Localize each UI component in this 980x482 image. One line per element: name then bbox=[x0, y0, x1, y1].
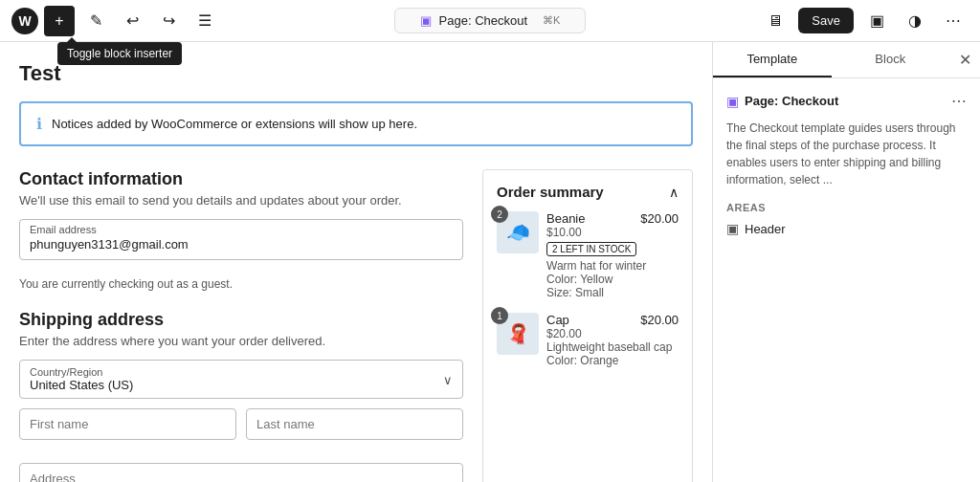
sidebar-area-header: ▣ Header bbox=[726, 221, 967, 236]
item-price: $20.00 bbox=[640, 313, 679, 327]
first-name-wrapper bbox=[19, 408, 236, 444]
item-unit-price: $20.00 bbox=[546, 327, 679, 340]
sidebar-areas-label: AREAS bbox=[726, 202, 967, 213]
last-name-input[interactable] bbox=[246, 408, 463, 440]
editor-area: Test ℹ Notices added by WooCommerce or e… bbox=[0, 42, 712, 482]
country-dropdown-icon: ∨ bbox=[443, 372, 453, 386]
item-desc2: Color: Orange bbox=[546, 354, 679, 367]
page-icon: ▣ bbox=[420, 13, 432, 28]
order-summary-panel: Order summary ∧ 2 🧢 Beanie $20.00 bbox=[482, 169, 693, 482]
item-emoji: 🧣 bbox=[506, 322, 530, 345]
sidebar-more-button[interactable]: ⋯ bbox=[951, 92, 967, 110]
notice-box: ℹ Notices added by WooCommerce or extens… bbox=[19, 101, 693, 146]
shipping-section-title: Shipping address bbox=[19, 310, 463, 330]
sidebar-tab-row: Template Block ✕ bbox=[713, 42, 980, 78]
item-stock-badge: 2 LEFT IN STOCK bbox=[546, 242, 636, 256]
page-shortcut: ⌘K bbox=[543, 14, 560, 27]
sidebar-area-icon: ▣ bbox=[726, 221, 739, 236]
item-qty-badge: 2 bbox=[491, 206, 508, 223]
item-price: $20.00 bbox=[640, 211, 679, 226]
order-summary-collapse-icon[interactable]: ∧ bbox=[669, 185, 679, 200]
more-options-button[interactable]: ⋯ bbox=[938, 6, 969, 36]
save-button[interactable]: Save bbox=[798, 8, 854, 33]
order-summary-header: Order summary ∧ bbox=[497, 184, 679, 200]
add-block-button[interactable]: + bbox=[44, 6, 75, 36]
wp-logo: W bbox=[11, 8, 38, 34]
device-preview-button[interactable]: 🖥 bbox=[760, 6, 791, 36]
item-qty-badge: 1 bbox=[491, 307, 508, 324]
tools-button[interactable]: ✎ bbox=[80, 6, 111, 36]
main-content-row: Contact information We'll use this email… bbox=[19, 169, 693, 482]
item-desc2: Color: Yellow bbox=[546, 273, 679, 286]
item-desc3: Size: Small bbox=[546, 286, 679, 299]
sidebar-page-name: Page: Checkout bbox=[745, 94, 838, 108]
sidebar-description: The Checkout template guides users throu… bbox=[726, 120, 967, 188]
email-input-wrapper: Email address bbox=[19, 219, 463, 268]
item-name: Cap bbox=[546, 313, 569, 327]
list-view-button[interactable]: ☰ bbox=[189, 6, 220, 36]
email-input[interactable] bbox=[19, 219, 463, 260]
last-name-wrapper bbox=[246, 408, 463, 444]
item-emoji: 🧢 bbox=[506, 221, 530, 244]
order-item-name-row: Beanie $20.00 bbox=[546, 211, 679, 226]
sidebar: Template Block ✕ ▣ Page: Checkout ⋯ The … bbox=[712, 42, 980, 482]
main-layout: Test ℹ Notices added by WooCommerce or e… bbox=[0, 42, 980, 482]
tooltip: Toggle block inserter bbox=[57, 42, 182, 65]
toolbar-right: 🖥 Save ▣ ◑ ⋯ bbox=[760, 6, 969, 36]
country-value: United States (US) bbox=[30, 378, 434, 392]
order-item: 1 🧣 Cap $20.00 $20.00 Lightweight baseba… bbox=[497, 313, 679, 367]
form-section: Contact information We'll use this email… bbox=[19, 169, 463, 482]
order-summary-title: Order summary bbox=[497, 184, 604, 200]
page-indicator[interactable]: ▣ Page: Checkout ⌘K bbox=[394, 8, 586, 33]
sidebar-page-icon: ▣ bbox=[726, 94, 739, 109]
tab-template[interactable]: Template bbox=[713, 42, 832, 77]
order-item-info: Cap $20.00 $20.00 Lightweight baseball c… bbox=[546, 313, 679, 367]
item-desc1: Lightweight baseball cap bbox=[546, 340, 679, 354]
order-item-info: Beanie $20.00 $10.00 2 LEFT IN STOCK War… bbox=[546, 211, 679, 299]
contact-section-desc: We'll use this email to send you details… bbox=[19, 193, 463, 208]
toolbar-left: W + ✎ ↩ ↪ ☰ bbox=[11, 6, 220, 36]
notice-text: Notices added by WooCommerce or extensio… bbox=[52, 117, 417, 131]
block-panel-toggle[interactable]: ▣ bbox=[861, 6, 892, 36]
order-item: 2 🧢 Beanie $20.00 $10.00 2 LEFT IN STOCK… bbox=[497, 211, 679, 299]
order-item-image: 2 🧢 bbox=[497, 211, 539, 253]
style-toggle[interactable]: ◑ bbox=[900, 6, 930, 36]
sidebar-close-button[interactable]: ✕ bbox=[949, 45, 980, 76]
address-input[interactable] bbox=[19, 463, 463, 482]
page-indicator-text: Page: Checkout bbox=[439, 13, 528, 28]
redo-button[interactable]: ↪ bbox=[153, 6, 184, 36]
item-name: Beanie bbox=[546, 211, 585, 226]
contact-section: Contact information We'll use this email… bbox=[19, 169, 463, 291]
shipping-section-desc: Enter the address where you want your or… bbox=[19, 334, 463, 348]
name-row bbox=[19, 408, 463, 453]
sidebar-content: ▣ Page: Checkout ⋯ The Checkout template… bbox=[713, 78, 980, 250]
address-wrapper bbox=[19, 463, 463, 482]
country-label: Country/Region bbox=[30, 366, 434, 378]
first-name-input[interactable] bbox=[19, 408, 236, 440]
sidebar-area-name: Header bbox=[745, 222, 786, 236]
info-icon: ℹ bbox=[36, 115, 42, 133]
order-item-name-row: Cap $20.00 bbox=[546, 313, 679, 327]
guest-note: You are currently checking out as a gues… bbox=[19, 277, 463, 291]
item-unit-price: $10.00 bbox=[546, 226, 679, 239]
contact-section-title: Contact information bbox=[19, 169, 463, 189]
sidebar-page-title-row: ▣ Page: Checkout ⋯ bbox=[726, 92, 967, 110]
tab-block[interactable]: Block bbox=[832, 42, 950, 77]
order-item-image: 1 🧣 bbox=[497, 313, 539, 355]
wp-logo-mark: W bbox=[18, 13, 31, 29]
editor-content: Test ℹ Notices added by WooCommerce or e… bbox=[0, 61, 712, 482]
toolbar-center: ▣ Page: Checkout ⌘K bbox=[394, 8, 586, 33]
country-input-wrapper: Country/Region United States (US) ∨ bbox=[19, 360, 463, 399]
undo-button[interactable]: ↩ bbox=[117, 6, 147, 36]
shipping-section: Shipping address Enter the address where… bbox=[19, 310, 463, 482]
item-desc1: Warm hat for winter bbox=[546, 259, 679, 273]
toolbar: W + ✎ ↩ ↪ ☰ ▣ Page: Checkout ⌘K 🖥 Save ▣… bbox=[0, 0, 980, 42]
